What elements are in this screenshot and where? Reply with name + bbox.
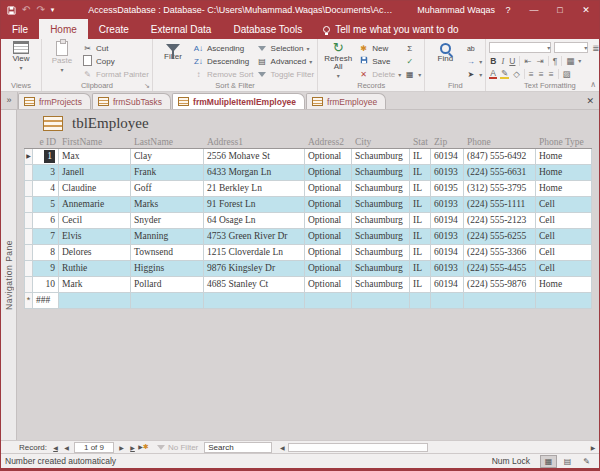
cell-lastname[interactable] <box>131 293 204 309</box>
tab-external-data[interactable]: External Data <box>140 19 223 39</box>
document-tab[interactable]: frmEmployee <box>306 93 386 109</box>
tab-database-tools[interactable]: Database Tools <box>222 19 313 39</box>
previous-record-button[interactable]: ◀ <box>61 444 72 451</box>
cell-zip[interactable]: 60194 <box>431 277 464 293</box>
record-position[interactable]: 1 of 9 <box>74 442 114 453</box>
cell-phone[interactable]: (312) 555-3795 <box>464 181 536 197</box>
view-button[interactable]: View ▾ <box>4 41 38 80</box>
cell-lastname[interactable]: Manning <box>131 229 204 245</box>
cell-address2[interactable] <box>305 293 352 309</box>
cell-state[interactable]: IL <box>410 149 431 165</box>
row-selector[interactable]: ▶ <box>24 149 33 165</box>
descending-button[interactable]: Z↓ Descending <box>193 55 254 67</box>
column-header[interactable]: Zip <box>431 137 464 147</box>
row-selector[interactable] <box>24 181 33 197</box>
cell-phonetype[interactable]: Cell <box>536 261 592 277</box>
cell-city[interactable]: Schaumburg <box>352 277 410 293</box>
cell-phonetype[interactable]: Home <box>536 277 592 293</box>
cell-phonetype[interactable]: Cell <box>536 245 592 261</box>
cell-phone[interactable]: (224) 555-1111 <box>464 197 536 213</box>
tab-create[interactable]: Create <box>88 19 140 39</box>
cell-firstname[interactable]: Janell <box>59 165 131 181</box>
cell-state[interactable]: IL <box>410 181 431 197</box>
scrollbar-thumb[interactable] <box>288 443 428 452</box>
cell-address1[interactable]: 64 Osage Ln <box>204 213 305 229</box>
tab-home[interactable]: Home <box>39 19 88 39</box>
cell-lastname[interactable]: Snyder <box>131 213 204 229</box>
spelling-button[interactable]: ✓ <box>404 55 421 67</box>
font-size-combobox[interactable]: ▾ <box>554 42 588 53</box>
cell-city[interactable]: Schaumburg <box>352 197 410 213</box>
cell-firstname[interactable]: Delores <box>59 245 131 261</box>
collapse-ribbon-button[interactable]: ∧ <box>590 80 596 89</box>
scrollbar-track[interactable] <box>428 443 587 452</box>
column-header[interactable]: Address1 <box>204 137 305 147</box>
cell-city[interactable]: Schaumburg <box>352 165 410 181</box>
select-button[interactable]: ➤▾ <box>465 68 482 80</box>
cell-state[interactable]: IL <box>410 245 431 261</box>
font-color-button[interactable]: A <box>489 70 497 79</box>
rich-text-icon[interactable]: ▨ <box>562 69 572 79</box>
layout-view-button[interactable]: ▤ <box>559 455 576 468</box>
cell-zip[interactable]: 60193 <box>431 261 464 277</box>
cell-city[interactable]: Schaumburg <box>352 213 410 229</box>
cell-address2[interactable]: Optional <box>305 213 352 229</box>
cell-phonetype[interactable]: Home <box>536 149 592 165</box>
cell-city[interactable]: Schaumburg <box>352 245 410 261</box>
new-record-button[interactable]: ✱ New <box>358 42 401 54</box>
cell-zip[interactable] <box>431 293 464 309</box>
cell-firstname[interactable]: Claudine <box>59 181 131 197</box>
cell-phone[interactable]: (224) 555-9876 <box>464 277 536 293</box>
cell-zip[interactable]: 60194 <box>431 213 464 229</box>
cell-city[interactable] <box>352 293 410 309</box>
cell-phone[interactable] <box>464 293 536 309</box>
cell-phone[interactable]: (224) 555-2123 <box>464 213 536 229</box>
increase-indent-icon[interactable]: ⇥ <box>536 56 545 66</box>
cell-address2[interactable]: Optional <box>305 229 352 245</box>
cell-state[interactable] <box>410 293 431 309</box>
cell-lastname[interactable]: Townsend <box>131 245 204 261</box>
advanced-button[interactable]: ▤ Advanced ▾ <box>257 55 315 67</box>
totals-button[interactable]: Σ <box>404 42 421 54</box>
cell-address1[interactable] <box>204 293 305 309</box>
bold-button[interactable]: B <box>489 56 497 66</box>
direction-icon[interactable]: ¶ <box>552 56 559 66</box>
column-header[interactable]: Phone Type <box>536 137 592 147</box>
underline-button[interactable]: U <box>508 56 516 66</box>
column-header[interactable]: LastName <box>131 137 204 147</box>
column-header[interactable]: City <box>352 137 410 147</box>
cell-id[interactable]: 4 <box>33 181 59 197</box>
cell-firstname[interactable] <box>59 293 131 309</box>
cell-address2[interactable]: Optional <box>305 181 352 197</box>
cell-address1[interactable]: 6433 Morgan Ln <box>204 165 305 181</box>
goto-button[interactable]: →▾ <box>465 55 482 67</box>
cell-state[interactable]: IL <box>410 197 431 213</box>
new-blank-record-button[interactable]: ▶✱ <box>138 443 149 451</box>
cell-city[interactable]: Schaumburg <box>352 229 410 245</box>
design-view-button[interactable]: ✎ <box>578 455 595 468</box>
document-tab[interactable]: frmSubTasks <box>92 93 171 109</box>
scroll-right-button[interactable]: ▶ <box>587 444 599 451</box>
save-icon[interactable] <box>7 6 16 15</box>
navigation-pane-collapsed[interactable]: Navigation Pane <box>1 110 17 440</box>
cell-address1[interactable]: 1215 Cloverdale Ln <box>204 245 305 261</box>
filter-button[interactable]: Filter <box>156 41 190 80</box>
filter-indicator[interactable]: No Filter <box>157 443 198 452</box>
cell-id[interactable]: 5 <box>33 197 59 213</box>
cell-lastname[interactable]: Marks <box>131 197 204 213</box>
cell-phonetype[interactable] <box>536 293 592 309</box>
customize-qat-icon[interactable]: ▾ <box>51 5 55 15</box>
cell-address2[interactable]: Optional <box>305 197 352 213</box>
column-header[interactable]: Address2 <box>305 137 352 147</box>
font-name-combobox[interactable]: ▾ <box>489 42 551 53</box>
undo-icon[interactable]: ↶ <box>22 5 30 15</box>
cell-phone[interactable]: (224) 555-4455 <box>464 261 536 277</box>
column-header[interactable]: FirstName <box>59 137 131 147</box>
document-tab[interactable]: frmMulipleItemlEmployee <box>172 93 305 109</box>
cell-zip[interactable]: 60194 <box>431 245 464 261</box>
cell-firstname[interactable]: Cecil <box>59 213 131 229</box>
cell-firstname[interactable]: Ruthie <box>59 261 131 277</box>
cell-city[interactable]: Schaumburg <box>352 181 410 197</box>
more-records-button[interactable]: ▦▾ <box>404 68 421 80</box>
row-selector[interactable] <box>24 261 33 277</box>
